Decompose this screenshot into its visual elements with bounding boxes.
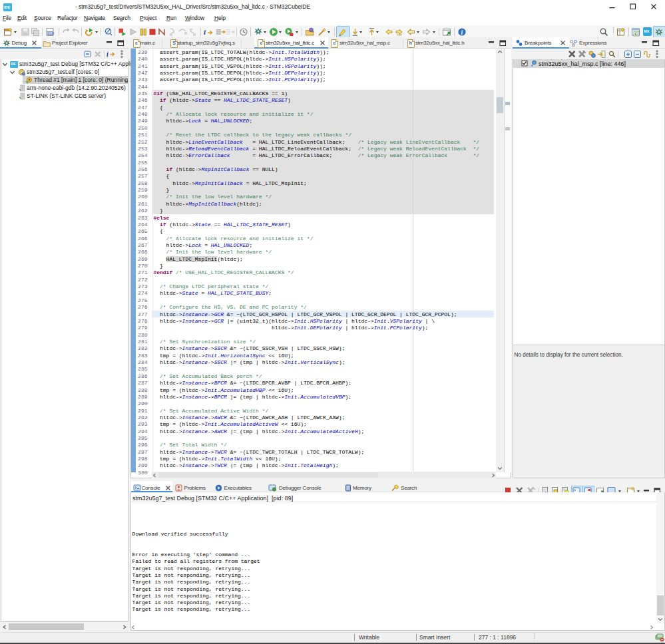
svg-text:010: 010 — [47, 31, 54, 36]
svg-text:C: C — [635, 32, 638, 36]
svg-text:i: i — [204, 28, 206, 36]
svg-text:i: i — [461, 29, 463, 36]
svg-text:i: i — [107, 51, 109, 58]
